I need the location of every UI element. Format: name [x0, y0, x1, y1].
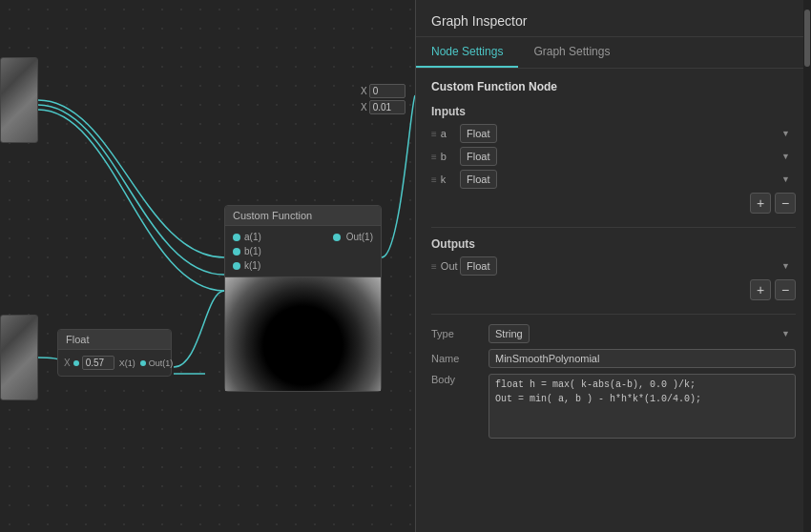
cf-port-k: k(1) [225, 258, 381, 273]
type-field-row: Type String ▼ [431, 324, 796, 343]
outputs-section: Outputs ≡ Out Float ▼ + − [431, 237, 796, 300]
x-label-0: X [361, 86, 367, 96]
cf-node-title: Custom Function [233, 210, 312, 221]
inputs-plus-minus: + − [431, 193, 796, 214]
cf-node-body: a(1) Out(1) b(1) k(1) [225, 226, 381, 276]
dropdown-out[interactable]: Float ▼ [460, 256, 796, 276]
port-dot-k [233, 262, 240, 270]
chevron-down-icon-type: ▼ [781, 329, 790, 338]
input-row-k: ≡ k Float ▼ [431, 170, 796, 189]
node-type-label: Custom Function Node [431, 80, 796, 93]
x-label-01: X [361, 102, 367, 113]
output-row-out: ≡ Out Float ▼ [431, 256, 796, 276]
type-select-a[interactable]: Float [460, 124, 497, 143]
divider-1 [431, 227, 796, 228]
type-select-out[interactable]: Float [460, 256, 497, 276]
eq-icon-a: ≡ [431, 129, 437, 139]
chevron-down-icon-k: ▼ [781, 174, 790, 184]
mini-input-x0[interactable]: X [361, 84, 406, 98]
x0-field[interactable] [369, 84, 406, 98]
type-select-b[interactable]: Float [460, 147, 497, 166]
cf-node-preview [225, 276, 381, 391]
type-field-select[interactable]: String [489, 324, 530, 343]
custom-function-node[interactable]: Custom Function a(1) Out(1) b(1) k(1) [224, 205, 382, 392]
dropdown-b[interactable]: Float ▼ [460, 147, 796, 166]
type-field-label: Type [431, 328, 489, 339]
inputs-section-header: Inputs [431, 105, 796, 118]
body-field-row: Body float h = max( k-abs(a-b), 0.0 )/k;… [431, 374, 796, 439]
divider-2 [431, 314, 796, 315]
body-field-label: Body [431, 374, 489, 385]
float-x-input[interactable] [82, 356, 114, 370]
float-node-body: X X(1) Out(1) [58, 350, 171, 376]
cf-port-b: b(1) [225, 244, 381, 258]
cf-port-a: a(1) Out(1) [225, 230, 381, 244]
mini-input-x01[interactable]: X [361, 100, 406, 114]
tab-graph-settings[interactable]: Graph Settings [518, 37, 625, 68]
type-select-k[interactable]: Float [460, 170, 497, 189]
input-row-b: ≡ b Float ▼ [431, 147, 796, 166]
outputs-remove-button[interactable]: − [775, 279, 796, 300]
scrollbar-thumb[interactable] [804, 10, 810, 67]
texture-node-2[interactable] [0, 315, 38, 400]
eq-icon-k: ≡ [431, 174, 437, 185]
dropdown-k[interactable]: Float ▼ [460, 170, 796, 189]
port-out-x [140, 360, 146, 366]
tab-node-settings[interactable]: Node Settings [416, 37, 518, 68]
chevron-down-icon-b: ▼ [781, 152, 790, 161]
port-dot-a [233, 234, 240, 241]
inspector-panel: Graph Inspector Node Settings Graph Sett… [415, 0, 811, 532]
inspector-content[interactable]: Custom Function Node Inputs ≡ a Float ▼ [416, 69, 811, 532]
name-field-row: Name [431, 349, 796, 368]
type-dropdown-wrapper[interactable]: String ▼ [489, 324, 796, 343]
inspector-title: Graph Inspector [416, 0, 811, 37]
name-field-input[interactable] [489, 349, 796, 368]
chevron-down-icon: ▼ [781, 129, 790, 138]
outputs-plus-minus: + − [431, 279, 796, 300]
input-row-a: ≡ a Float ▼ [431, 124, 796, 143]
x01-field[interactable] [369, 100, 406, 114]
cf-node-header: Custom Function [225, 206, 381, 226]
name-field-label: Name [431, 353, 489, 364]
inputs-remove-button[interactable]: − [775, 193, 796, 214]
inputs-add-button[interactable]: + [750, 193, 771, 214]
eq-icon-b: ≡ [431, 152, 437, 162]
graph-canvas[interactable]: X X Custom Function a(1) Out(1) b(1) k(1… [0, 0, 415, 532]
port-dot-x [73, 360, 79, 366]
outputs-section-header: Outputs [431, 237, 796, 251]
dropdown-a[interactable]: Float ▼ [460, 124, 796, 143]
float-node[interactable]: Float X X(1) Out(1) [57, 329, 172, 377]
outputs-add-button[interactable]: + [750, 279, 771, 300]
float-x-row: X X(1) Out(1) [58, 354, 171, 372]
tab-bar: Node Settings Graph Settings [416, 37, 811, 69]
eq-icon-out: ≡ [431, 261, 437, 272]
port-out-a [333, 234, 341, 241]
body-field-textarea[interactable]: float h = max( k-abs(a-b), 0.0 )/k; Out … [489, 374, 796, 439]
inputs-section: Inputs ≡ a Float ▼ ≡ b [431, 105, 796, 214]
texture-node-1[interactable] [0, 57, 38, 143]
port-dot-b [233, 248, 240, 256]
float-node-title: Float [66, 334, 89, 345]
inspector-scrollbar[interactable] [803, 0, 811, 532]
float-node-header: Float [58, 330, 171, 350]
chevron-down-icon-out: ▼ [781, 261, 790, 271]
